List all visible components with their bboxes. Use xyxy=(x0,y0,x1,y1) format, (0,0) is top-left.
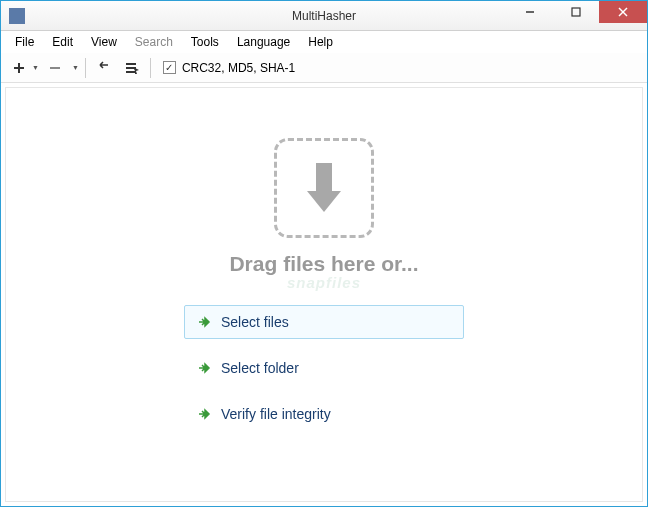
titlebar[interactable]: MultiHasher xyxy=(1,1,647,31)
menu-language[interactable]: Language xyxy=(229,33,298,51)
menu-edit[interactable]: Edit xyxy=(44,33,81,51)
menu-file[interactable]: File xyxy=(7,33,42,51)
down-arrow-icon xyxy=(299,158,349,218)
menu-tools[interactable]: Tools xyxy=(183,33,227,51)
verify-integrity-button[interactable]: Verify file integrity xyxy=(184,397,464,431)
minus-icon xyxy=(48,61,62,75)
select-files-button[interactable]: Select files xyxy=(184,305,464,339)
svg-rect-7 xyxy=(126,63,136,65)
action-label: Verify file integrity xyxy=(221,406,331,422)
add-button[interactable]: ▼ xyxy=(7,56,39,80)
plus-icon xyxy=(12,61,26,75)
toolbar-separator xyxy=(85,58,86,78)
refresh-button[interactable] xyxy=(120,56,144,80)
close-button[interactable] xyxy=(599,1,647,23)
toolbar-separator xyxy=(150,58,151,78)
dropzone[interactable] xyxy=(274,138,374,238)
arrow-right-icon xyxy=(197,407,211,421)
remove-dropdown[interactable]: ▼ xyxy=(71,64,79,71)
hash-selector[interactable]: ✓ CRC32, MD5, SHA-1 xyxy=(163,61,295,75)
window-title: MultiHasher xyxy=(292,9,356,23)
undo-arrow-icon xyxy=(97,61,111,75)
svg-rect-9 xyxy=(126,71,136,73)
maximize-button[interactable] xyxy=(553,1,599,23)
hash-label: CRC32, MD5, SHA-1 xyxy=(182,61,295,75)
list-cursor-icon xyxy=(125,61,139,75)
svg-rect-1 xyxy=(572,8,580,16)
app-icon xyxy=(9,8,25,24)
minimize-button[interactable] xyxy=(507,1,553,23)
undo-button[interactable] xyxy=(92,56,116,80)
action-list: Select files Select folder Verify file i… xyxy=(184,305,464,431)
action-label: Select files xyxy=(221,314,289,330)
action-label: Select folder xyxy=(221,360,299,376)
window-controls xyxy=(507,1,647,30)
remove-button[interactable] xyxy=(43,56,67,80)
close-icon xyxy=(618,7,628,17)
select-folder-button[interactable]: Select folder xyxy=(184,351,464,385)
dropdown-arrow-icon: ▼ xyxy=(72,64,79,71)
dropdown-arrow-icon: ▼ xyxy=(32,64,39,71)
menu-search[interactable]: Search xyxy=(127,33,181,51)
toolbar: ▼ ▼ ✓ CRC32, MD5, SHA-1 xyxy=(1,53,647,83)
svg-rect-10 xyxy=(316,163,332,191)
maximize-icon xyxy=(571,7,581,17)
menu-help[interactable]: Help xyxy=(300,33,341,51)
arrow-right-icon xyxy=(197,361,211,375)
watermark: snapfiles xyxy=(287,274,361,291)
main-content: Drag files here or... snapfiles Select f… xyxy=(5,87,643,502)
minimize-icon xyxy=(525,7,535,17)
app-window: MultiHasher File Edit View Search Tools … xyxy=(0,0,648,507)
checkbox-icon: ✓ xyxy=(163,61,176,74)
arrow-right-icon xyxy=(197,315,211,329)
drag-text: Drag files here or... xyxy=(229,252,418,276)
menubar: File Edit View Search Tools Language Hel… xyxy=(1,31,647,53)
menu-view[interactable]: View xyxy=(83,33,125,51)
